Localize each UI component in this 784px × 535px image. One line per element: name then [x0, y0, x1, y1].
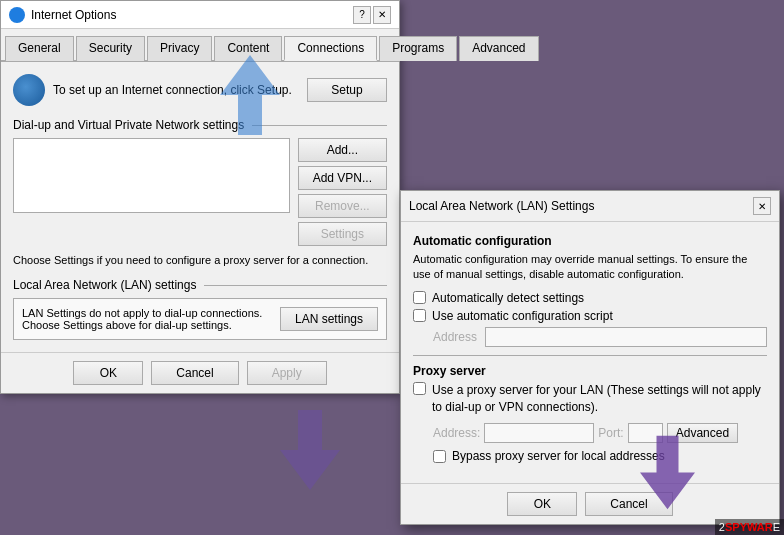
- tab-advanced[interactable]: Advanced: [459, 36, 538, 61]
- lan-cancel-button[interactable]: Cancel: [585, 492, 672, 516]
- watermark: 2SPYWARE: [715, 519, 784, 535]
- lan-section-label: Local Area Network (LAN) settings: [13, 278, 196, 292]
- tab-programs[interactable]: Programs: [379, 36, 457, 61]
- proxy-row: Use a proxy server for your LAN (These s…: [413, 382, 767, 416]
- port-input[interactable]: 80: [628, 423, 663, 443]
- down-arrow-icon: [280, 410, 340, 490]
- proxy-checkbox[interactable]: [413, 382, 426, 395]
- auto-detect-label: Automatically detect settings: [432, 291, 584, 305]
- titlebar-controls: ? ✕: [353, 6, 391, 24]
- auto-config-desc: Automatic configuration may override man…: [413, 252, 767, 283]
- auto-detect-row: Automatically detect settings: [413, 291, 767, 305]
- port-label: Port:: [598, 426, 623, 440]
- ie-icon: [9, 7, 25, 23]
- auto-config-title: Automatic configuration: [413, 234, 767, 248]
- lan-dialog-title: Local Area Network (LAN) Settings: [409, 199, 594, 213]
- settings-button[interactable]: Settings: [298, 222, 387, 246]
- lan-dialog-content: Automatic configuration Automatic config…: [401, 222, 779, 483]
- lan-ok-button[interactable]: OK: [507, 492, 577, 516]
- bypass-checkbox[interactable]: [433, 450, 446, 463]
- svg-marker-1: [280, 410, 340, 490]
- add-vpn-button[interactable]: Add VPN...: [298, 166, 387, 190]
- address-row: Address: [413, 327, 767, 347]
- lan-section-header: Local Area Network (LAN) settings: [13, 278, 387, 292]
- cancel-button[interactable]: Cancel: [151, 361, 238, 385]
- lan-text: LAN Settings do not apply to dial-up con…: [22, 307, 280, 331]
- lan-dialog-titlebar: Local Area Network (LAN) Settings ✕: [401, 191, 779, 222]
- lan-inner: LAN Settings do not apply to dial-up con…: [13, 298, 387, 340]
- proxy-addr-label: Address:: [433, 426, 480, 440]
- settings-note: Choose Settings if you need to configure…: [13, 254, 387, 266]
- help-button[interactable]: ?: [353, 6, 371, 24]
- lan-note-1: LAN Settings do not apply to dial-up con…: [22, 307, 280, 319]
- connection-text: To set up an Internet connection, click …: [53, 83, 299, 97]
- dialog-titlebar: Internet Options ? ✕: [1, 1, 399, 29]
- vpn-buttons: Add... Add VPN... Remove... Settings: [298, 138, 387, 246]
- vpn-section-header: Dial-up and Virtual Private Network sett…: [13, 118, 387, 132]
- address-input[interactable]: [485, 327, 767, 347]
- lan-row: LAN Settings do not apply to dial-up con…: [22, 307, 378, 331]
- dialog-title-text: Internet Options: [31, 8, 116, 22]
- dialog-footer: OK Cancel Apply: [1, 352, 399, 393]
- add-button[interactable]: Add...: [298, 138, 387, 162]
- auto-script-row: Use automatic configuration script: [413, 309, 767, 323]
- proxy-label: Use a proxy server for your LAN (These s…: [432, 382, 767, 416]
- proxy-address-input[interactable]: [484, 423, 594, 443]
- auto-script-checkbox[interactable]: [413, 309, 426, 322]
- vpn-list-area: Add... Add VPN... Remove... Settings: [13, 138, 387, 246]
- setup-button[interactable]: Setup: [307, 78, 387, 102]
- tab-privacy[interactable]: Privacy: [147, 36, 212, 61]
- section-divider: [413, 355, 767, 356]
- advanced-button[interactable]: Advanced: [667, 423, 738, 443]
- apply-button[interactable]: Apply: [247, 361, 327, 385]
- address-label: Address: [433, 330, 477, 344]
- bypass-label: Bypass proxy server for local addresses: [452, 449, 665, 463]
- ok-button[interactable]: OK: [73, 361, 143, 385]
- dialog-title: Internet Options: [9, 7, 116, 23]
- tab-general[interactable]: General: [5, 36, 74, 61]
- bypass-row: Bypass proxy server for local addresses: [413, 449, 767, 463]
- auto-script-label: Use automatic configuration script: [432, 309, 613, 323]
- tab-content[interactable]: Content: [214, 36, 282, 61]
- vpn-section-label: Dial-up and Virtual Private Network sett…: [13, 118, 244, 132]
- proxy-title: Proxy server: [413, 364, 767, 378]
- tab-security[interactable]: Security: [76, 36, 145, 61]
- auto-detect-checkbox[interactable]: [413, 291, 426, 304]
- vpn-listbox[interactable]: [13, 138, 290, 213]
- lan-note-2: Choose Settings above for dial-up settin…: [22, 319, 280, 331]
- lan-dialog-close-button[interactable]: ✕: [753, 197, 771, 215]
- internet-options-dialog: Internet Options ? ✕ General Security Pr…: [0, 0, 400, 394]
- proxy-address-row: Address: Port: 80 Advanced: [413, 423, 767, 443]
- connection-row: To set up an Internet connection, click …: [13, 74, 387, 106]
- remove-button[interactable]: Remove...: [298, 194, 387, 218]
- close-button[interactable]: ✕: [373, 6, 391, 24]
- lan-settings-dialog: Local Area Network (LAN) Settings ✕ Auto…: [400, 190, 780, 525]
- tabs-bar: General Security Privacy Content Connect…: [1, 29, 399, 62]
- lan-section: Local Area Network (LAN) settings LAN Se…: [13, 278, 387, 340]
- dialog-content: To set up an Internet connection, click …: [1, 62, 399, 352]
- globe-icon: [13, 74, 45, 106]
- lan-settings-button[interactable]: LAN settings: [280, 307, 378, 331]
- tab-connections[interactable]: Connections: [284, 36, 377, 61]
